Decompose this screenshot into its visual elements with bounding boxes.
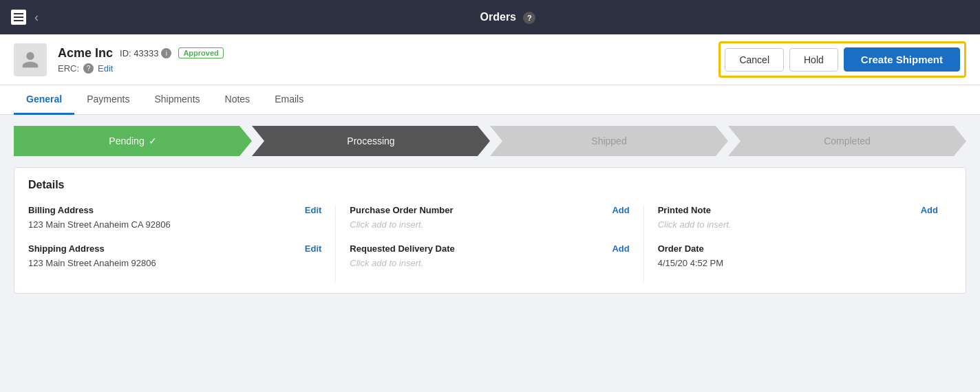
company-name-row: Acme Inc ID: 43333 i Approved (58, 46, 707, 61)
erc-row: ERC: ? Edit (58, 63, 707, 74)
svg-rect-1 (14, 17, 23, 18)
shipping-address-value: 123 Main Street Anaheim 92806 (28, 258, 321, 268)
requested-delivery-group: Requested Delivery Date Add Click add to… (350, 243, 629, 268)
action-buttons-group: Cancel Hold Create Shipment (718, 41, 966, 78)
id-label: ID: 43333 i (120, 48, 171, 58)
shipping-address-group: Shipping Address Edit 123 Main Street An… (28, 243, 321, 268)
details-section: Details Billing Address Edit 123 Main St… (14, 167, 966, 294)
details-col-1: Billing Address Edit 123 Main Street Ana… (28, 205, 336, 282)
topbar: ‹ Orders ? (0, 0, 980, 34)
printed-note-add-link[interactable]: Add (921, 205, 938, 215)
tab-general[interactable]: General (14, 85, 74, 115)
tab-shipments[interactable]: Shipments (142, 85, 212, 115)
details-grid: Billing Address Edit 123 Main Street Ana… (28, 205, 952, 282)
help-icon[interactable]: ? (523, 12, 535, 24)
header-bar: Acme Inc ID: 43333 i Approved ERC: ? Edi… (0, 34, 980, 85)
printed-note-label: Printed Note Add (658, 205, 938, 215)
create-shipment-button[interactable]: Create Shipment (844, 47, 960, 72)
shipping-edit-link[interactable]: Edit (305, 243, 322, 254)
progress-processing: Processing (252, 126, 490, 156)
requested-delivery-placeholder: Click add to insert. (350, 258, 629, 268)
purchase-order-placeholder: Click add to insert. (350, 219, 629, 230)
printed-note-group: Printed Note Add Click add to insert. (658, 205, 938, 230)
edit-link[interactable]: Edit (98, 63, 113, 74)
avatar (14, 43, 47, 76)
hold-button[interactable]: Hold (789, 48, 838, 72)
check-icon: ✓ (149, 135, 157, 146)
tab-payments[interactable]: Payments (74, 85, 142, 115)
progress-pending: Pending ✓ (14, 126, 252, 156)
company-info: Acme Inc ID: 43333 i Approved ERC: ? Edi… (58, 46, 707, 74)
requested-delivery-add-link[interactable]: Add (612, 243, 629, 254)
order-date-label: Order Date (658, 243, 938, 254)
erc-help-icon[interactable]: ? (83, 63, 94, 74)
purchase-order-add-link[interactable]: Add (612, 205, 629, 215)
page-title: Orders ? (47, 11, 969, 24)
order-date-value: 4/15/20 4:52 PM (658, 258, 938, 268)
purchase-order-label: Purchase Order Number Add (350, 205, 629, 215)
details-col-2: Purchase Order Number Add Click add to i… (336, 205, 643, 282)
details-col-3: Printed Note Add Click add to insert. Or… (644, 205, 952, 282)
svg-rect-2 (14, 20, 23, 21)
details-title: Details (28, 179, 952, 191)
cancel-button[interactable]: Cancel (725, 48, 784, 72)
back-icon[interactable]: ‹ (34, 10, 39, 25)
approved-badge: Approved (178, 47, 223, 58)
purchase-order-group: Purchase Order Number Add Click add to i… (350, 205, 629, 230)
svg-rect-0 (14, 13, 23, 14)
progress-bar: Pending ✓ Processing Shipped Completed (14, 126, 966, 156)
billing-address-group: Billing Address Edit 123 Main Street Ana… (28, 205, 321, 230)
billing-edit-link[interactable]: Edit (305, 205, 322, 215)
tab-notes[interactable]: Notes (213, 85, 263, 115)
requested-delivery-label: Requested Delivery Date Add (350, 243, 629, 254)
billing-address-label: Billing Address Edit (28, 205, 321, 215)
printed-note-placeholder: Click add to insert. (658, 219, 938, 230)
progress-shipped: Shipped (490, 126, 728, 156)
progress-completed: Completed (728, 126, 966, 156)
sidebar-toggle-icon[interactable] (11, 10, 26, 25)
shipping-address-label: Shipping Address Edit (28, 243, 321, 254)
tab-emails[interactable]: Emails (262, 85, 316, 115)
tabs-bar: General Payments Shipments Notes Emails (0, 85, 980, 115)
id-help-icon[interactable]: i (161, 48, 171, 58)
order-date-group: Order Date 4/15/20 4:52 PM (658, 243, 938, 268)
billing-address-value: 123 Main Street Anaheim CA 92806 (28, 219, 321, 230)
